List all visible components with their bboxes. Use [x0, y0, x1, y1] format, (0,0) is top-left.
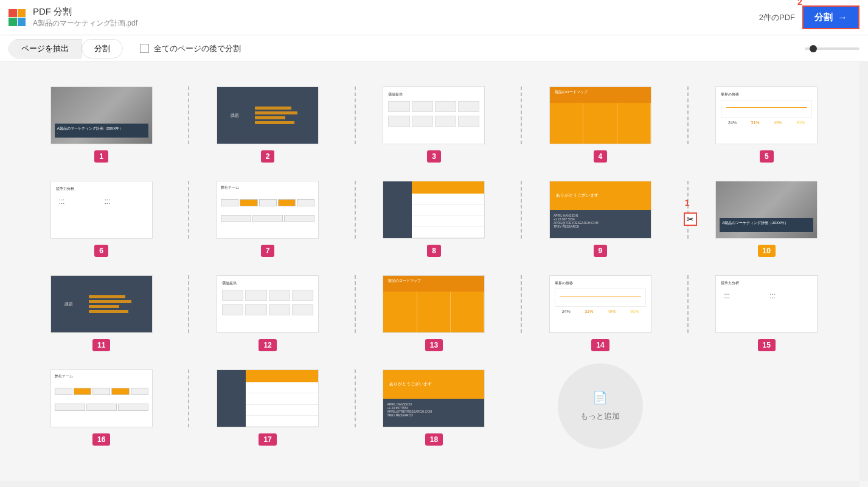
- page-divider[interactable]: [355, 181, 356, 239]
- page-thumbnail[interactable]: 製品のロードマップ: [383, 275, 485, 333]
- add-more-button[interactable]: 📄 もっと追加: [558, 363, 643, 449]
- page-number-badge: 9: [594, 245, 608, 257]
- header-right: 2件のPDF 2 分割 →: [759, 5, 859, 29]
- page-item[interactable]: 業界の推移24%31%49%91% 5: [696, 86, 838, 163]
- page-thumbnail[interactable]: 価値提供: [217, 275, 319, 333]
- page-thumbnail[interactable]: ありがとうございますAPRIL HANSSON+1 23 897 5554APR…: [383, 370, 485, 427]
- page-item[interactable]: 課題 2: [196, 86, 338, 163]
- page-number-badge: 11: [92, 339, 110, 351]
- page-divider[interactable]: [687, 275, 689, 333]
- split-all-checkbox-wrap[interactable]: 全てのページの後で分割: [140, 43, 241, 54]
- page-number-badge: 6: [94, 245, 108, 257]
- page-thumbnail[interactable]: 競争力分析▪ ▪ ▪▪ ▪ ▪▪ ▪ ▪▪ ▪ ▪: [50, 181, 153, 239]
- annotation-1: 1: [685, 198, 690, 208]
- app-logo: [9, 9, 26, 26]
- page-number-badge: 13: [425, 339, 443, 351]
- page-thumbnail[interactable]: 課題: [217, 86, 319, 144]
- page-thumbnail[interactable]: 弊社チーム: [50, 370, 153, 427]
- page-item[interactable]: 製品のロードマップ 4: [529, 86, 671, 163]
- add-more-label: もっと追加: [580, 411, 620, 422]
- toolbar: ページを抽出 分割 全てのページの後で分割: [0, 35, 868, 62]
- page-divider[interactable]: [687, 181, 689, 239]
- page-divider[interactable]: [355, 86, 356, 144]
- page-item[interactable]: 価値提供 3: [363, 86, 505, 163]
- page-item[interactable]: 弊社チーム 7: [196, 181, 338, 257]
- page-number-badge: 3: [427, 150, 441, 163]
- page-divider[interactable]: [521, 181, 522, 239]
- page-number-badge: 4: [594, 150, 608, 163]
- arrow-right-icon: →: [838, 12, 847, 23]
- page-divider[interactable]: [188, 86, 189, 144]
- page-divider[interactable]: [687, 86, 689, 144]
- page-number-badge: 17: [259, 433, 276, 446]
- horizontal-scrollbar[interactable]: [0, 481, 859, 487]
- pdf-count-label: 2件のPDF: [759, 12, 795, 23]
- page-number-badge: 14: [591, 339, 609, 351]
- page-item[interactable]: ありがとうございますAPRIL HANSSON+1 23 897 5554APR…: [529, 181, 671, 257]
- page-number-badge: 8: [427, 245, 441, 257]
- extract-pages-button[interactable]: ページを抽出: [9, 39, 82, 58]
- page-thumbnail[interactable]: 製品のロードマップ: [549, 86, 651, 144]
- page-thumbnail[interactable]: 弊社チーム: [217, 181, 319, 239]
- page-thumbnail[interactable]: 競争力分析▪ ▪ ▪▪ ▪ ▪▪ ▪ ▪▪ ▪ ▪: [715, 275, 818, 333]
- page-item[interactable]: 製品のロードマップ 13: [363, 275, 505, 351]
- zoom-handle[interactable]: [810, 45, 817, 52]
- scissors-icon[interactable]: ✂: [684, 212, 697, 226]
- page-number-badge: 18: [425, 433, 443, 446]
- page-item[interactable]: A製品のマーケティング計画（20XX年）- 10: [696, 181, 838, 257]
- page-item[interactable]: 17: [196, 370, 338, 449]
- content-area: A製品のマーケティング計画（20XX年）- 1 課題 2 価値提供 3 製品のロ…: [0, 62, 868, 481]
- page-number-badge: 7: [261, 245, 275, 257]
- page-grid: A製品のマーケティング計画（20XX年）- 1 課題 2 価値提供 3 製品のロ…: [30, 86, 838, 449]
- annotation-2: 2: [797, 0, 802, 7]
- mode-segmented: ページを抽出 分割: [9, 39, 123, 58]
- page-divider[interactable]: [188, 370, 189, 427]
- app-header: PDF 分割 A製品のマーケティング計画.pdf 2件のPDF 2 分割 →: [0, 0, 868, 35]
- page-number-badge: 15: [758, 339, 776, 351]
- page-item[interactable]: ありがとうございますAPRIL HANSSON+1 23 897 5554APR…: [363, 370, 505, 449]
- add-file-icon: 📄: [592, 390, 608, 405]
- page-number-badge: 2: [261, 150, 275, 163]
- page-thumbnail[interactable]: ありがとうございますAPRIL HANSSON+1 23 897 5554APR…: [549, 181, 651, 239]
- page-item[interactable]: 8: [363, 181, 505, 257]
- split-button[interactable]: 2 分割 →: [802, 5, 859, 29]
- page-title: PDF 分割: [33, 6, 759, 18]
- page-divider[interactable]: [355, 370, 356, 427]
- page-thumbnail[interactable]: A製品のマーケティング計画（20XX年）-: [50, 86, 153, 144]
- page-thumbnail[interactable]: 業界の推移24%31%49%91%: [549, 275, 651, 333]
- vertical-scrollbar[interactable]: [859, 62, 868, 481]
- filename-label: A製品のマーケティング計画.pdf: [33, 18, 759, 29]
- add-more-item: 📄 もっと追加: [529, 370, 671, 449]
- page-thumbnail[interactable]: 業界の推移24%31%49%91%: [715, 86, 818, 144]
- page-item[interactable]: 価値提供 12: [196, 275, 338, 351]
- page-divider[interactable]: [188, 275, 189, 333]
- page-thumbnail[interactable]: [217, 370, 319, 427]
- page-thumbnail[interactable]: [383, 181, 485, 239]
- page-item[interactable]: 弊社チーム 16: [30, 370, 172, 449]
- page-thumbnail[interactable]: 価値提供: [383, 86, 485, 144]
- split-button-label: 分割: [814, 12, 833, 23]
- page-divider[interactable]: [521, 86, 522, 144]
- page-divider[interactable]: [188, 181, 189, 239]
- page-number-badge: 5: [760, 150, 774, 163]
- page-number-badge: 12: [259, 339, 276, 351]
- page-item[interactable]: A製品のマーケティング計画（20XX年）- 1: [30, 86, 172, 163]
- page-thumbnail[interactable]: A製品のマーケティング計画（20XX年）-: [715, 181, 818, 239]
- page-number-badge: 1: [94, 150, 108, 163]
- page-divider[interactable]: [521, 275, 522, 333]
- page-number-badge: 16: [92, 433, 110, 446]
- page-item[interactable]: 競争力分析▪ ▪ ▪▪ ▪ ▪▪ ▪ ▪▪ ▪ ▪ 15: [696, 275, 838, 351]
- page-item[interactable]: 競争力分析▪ ▪ ▪▪ ▪ ▪▪ ▪ ▪▪ ▪ ▪ 6: [30, 181, 172, 257]
- page-number-badge: 10: [758, 245, 776, 257]
- split-all-label: 全てのページの後で分割: [154, 43, 241, 54]
- page-divider[interactable]: [355, 275, 356, 333]
- split-mode-button[interactable]: 分割: [82, 39, 123, 58]
- checkbox-icon: [140, 44, 149, 53]
- page-item[interactable]: 業界の推移24%31%49%91% 14: [529, 275, 671, 351]
- page-item[interactable]: 課題 11: [30, 275, 172, 351]
- header-text: PDF 分割 A製品のマーケティング計画.pdf: [33, 6, 759, 29]
- page-thumbnail[interactable]: 課題: [50, 275, 153, 333]
- zoom-slider[interactable]: [805, 47, 859, 50]
